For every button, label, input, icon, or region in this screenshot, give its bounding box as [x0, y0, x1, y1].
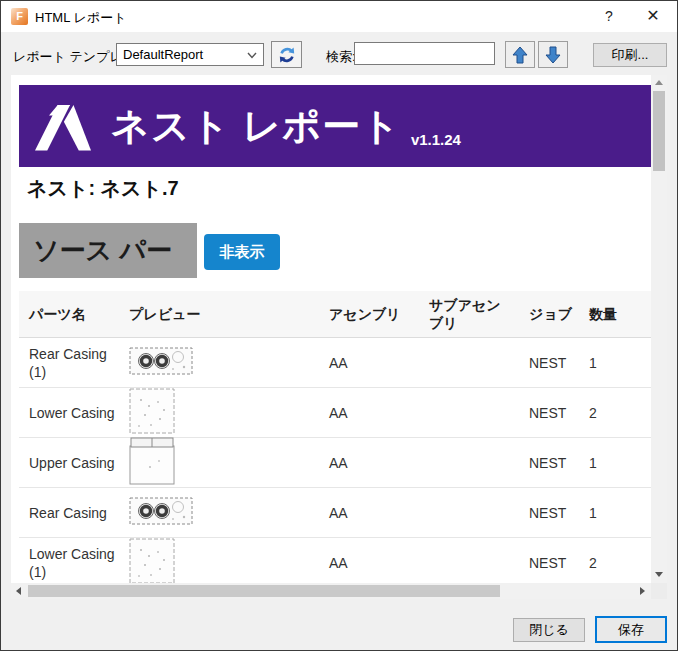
template-select[interactable]: DefaultReport — [116, 43, 264, 66]
table-body: Rear Casing (1)AANEST1Lower CasingAANEST… — [19, 338, 651, 583]
part-name-cell: Lower Casing (1) — [19, 545, 119, 581]
hide-section-button[interactable]: 非表示 — [204, 234, 280, 270]
search-input[interactable] — [354, 42, 495, 65]
preview-cell — [119, 388, 319, 438]
report-title: ネスト レポート — [111, 101, 401, 152]
arrow-up-icon — [512, 46, 528, 64]
quantity-cell: 1 — [579, 454, 641, 472]
table-row: Lower CasingAANEST2 — [19, 388, 651, 438]
refresh-button[interactable] — [271, 41, 302, 68]
part-name-cell: Upper Casing — [19, 454, 119, 472]
refresh-icon — [277, 45, 297, 65]
scroll-down-icon[interactable] — [655, 572, 663, 577]
nest-heading: ネスト: ネスト.7 — [27, 175, 179, 202]
column-header: アセンブリ — [319, 305, 419, 323]
report-webview: ネスト レポート v1.1.24 ネスト: ネスト.7 ソース パーツ 非表示 … — [11, 75, 667, 599]
part-name-cell: Rear Casing (1) — [19, 345, 119, 381]
close-button[interactable]: 閉じる — [513, 618, 585, 642]
scroll-up-icon[interactable] — [655, 80, 663, 85]
table-row: Rear CasingAANEST1 — [19, 488, 651, 538]
preview-cell — [119, 496, 319, 530]
column-header: 数量 — [579, 305, 641, 323]
close-icon[interactable]: ✕ — [641, 6, 665, 25]
titlebar: F HTML レポート ? ✕ — [1, 1, 677, 32]
job-cell: NEST — [519, 504, 579, 522]
quantity-cell: 2 — [579, 554, 641, 572]
vertical-scrollbar[interactable] — [651, 75, 667, 583]
job-cell: NEST — [519, 354, 579, 372]
window-title: HTML レポート — [35, 9, 126, 27]
assembly-cell: AA — [319, 354, 419, 372]
preview-cell — [119, 437, 319, 489]
preview-cell — [119, 538, 319, 584]
template-selected-value: DefaultReport — [123, 47, 203, 62]
footer: 閉じる 保存 — [1, 599, 677, 651]
parts-table: パーツ名プレビューアセンブリサブアセンブリジョブ数量 Rear Casing (… — [19, 291, 651, 583]
table-row: Lower Casing (1)AANEST2 — [19, 538, 651, 583]
job-cell: NEST — [519, 454, 579, 472]
table-row: Upper CasingAANEST1 — [19, 438, 651, 488]
column-header: プレビュー — [119, 305, 319, 323]
rear-casing-preview — [129, 346, 193, 376]
save-button[interactable]: 保存 — [595, 616, 667, 643]
quantity-cell: 2 — [579, 404, 641, 422]
search-label: 検索: — [326, 48, 356, 66]
part-name-cell: Lower Casing — [19, 404, 119, 422]
chevron-down-icon — [247, 52, 257, 59]
scroll-left-icon[interactable] — [16, 587, 21, 595]
job-cell: NEST — [519, 554, 579, 572]
horizontal-scrollbar[interactable] — [11, 583, 651, 599]
assembly-cell: AA — [319, 404, 419, 422]
source-parts-section-title: ソース パーツ — [19, 223, 197, 278]
print-button[interactable]: 印刷... — [593, 43, 667, 67]
html-report-dialog: F HTML レポート ? ✕ レポート テンプレート: DefaultRepo… — [0, 0, 678, 651]
scrollbar-corner — [651, 583, 667, 599]
lower-casing-preview — [129, 388, 175, 434]
autodesk-logo-icon — [35, 101, 91, 151]
table-header-row: パーツ名プレビューアセンブリサブアセンブリジョブ数量 — [19, 291, 651, 338]
rear-casing-preview — [129, 496, 193, 526]
arrow-down-icon — [545, 46, 561, 64]
assembly-cell: AA — [319, 454, 419, 472]
toolbar: レポート テンプレート: DefaultReport 検索: — [1, 32, 677, 75]
quantity-cell: 1 — [579, 504, 641, 522]
report-version: v1.1.24 — [411, 131, 461, 148]
scroll-right-icon[interactable] — [640, 587, 645, 595]
quantity-cell: 1 — [579, 354, 641, 372]
upper-casing-preview — [129, 437, 175, 485]
preview-cell — [119, 346, 319, 380]
app-icon: F — [11, 8, 28, 25]
find-next-button[interactable] — [538, 41, 568, 68]
find-previous-button[interactable] — [505, 41, 535, 68]
column-header: サブアセンブリ — [419, 296, 519, 332]
help-button[interactable]: ? — [599, 8, 619, 24]
horizontal-scrollbar-thumb[interactable] — [28, 585, 500, 597]
report-banner: ネスト レポート v1.1.24 — [19, 85, 651, 167]
part-name-cell: Rear Casing — [19, 504, 119, 522]
column-header: ジョブ — [519, 305, 579, 323]
job-cell: NEST — [519, 404, 579, 422]
column-header: パーツ名 — [19, 305, 119, 323]
assembly-cell: AA — [319, 554, 419, 572]
lower-casing-preview — [129, 538, 175, 584]
assembly-cell: AA — [319, 504, 419, 522]
vertical-scrollbar-thumb[interactable] — [653, 91, 665, 171]
table-row: Rear Casing (1)AANEST1 — [19, 338, 651, 388]
